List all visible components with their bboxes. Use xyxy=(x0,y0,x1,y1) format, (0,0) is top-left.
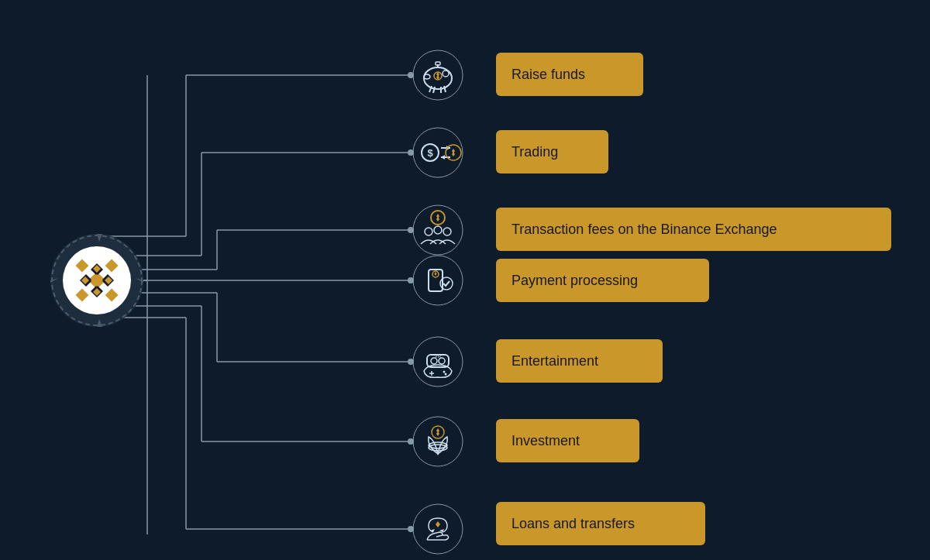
transaction-fees-label-box: Transaction fees on the Binance Exchange xyxy=(496,208,891,251)
loans-transfers-label: Loans and transfers xyxy=(512,516,635,532)
svg-point-52 xyxy=(424,74,430,79)
svg-point-68 xyxy=(413,205,463,255)
svg-line-49 xyxy=(433,87,435,93)
svg-point-72 xyxy=(425,228,432,235)
investment-icon xyxy=(411,414,465,469)
svg-point-88 xyxy=(445,373,447,376)
investment-label-box: Investment xyxy=(496,419,639,462)
svg-point-89 xyxy=(413,417,463,466)
payment-processing-label: Payment processing xyxy=(512,273,638,289)
svg-text:$: $ xyxy=(427,147,433,159)
payment-processing-label-box: Payment processing xyxy=(496,259,709,302)
svg-marker-97 xyxy=(430,529,435,532)
trading-label-box: Trading xyxy=(496,130,608,173)
loans-transfers-icon xyxy=(411,502,465,556)
investment-label: Investment xyxy=(512,433,580,449)
svg-point-95 xyxy=(413,504,463,554)
entertainment-label-box: Entertainment xyxy=(496,339,663,383)
svg-point-74 xyxy=(434,226,442,234)
transaction-fees-label: Transaction fees on the Binance Exchange xyxy=(512,222,777,238)
svg-rect-54 xyxy=(436,62,440,65)
svg-marker-64 xyxy=(441,155,445,160)
trading-label: Trading xyxy=(512,144,558,160)
svg-marker-78 xyxy=(435,272,437,276)
svg-text:VR: VR xyxy=(435,354,442,359)
gear-svg xyxy=(46,230,147,331)
svg-point-73 xyxy=(443,228,451,235)
svg-point-75 xyxy=(413,256,463,305)
svg-point-82 xyxy=(431,358,437,364)
svg-point-47 xyxy=(443,70,449,77)
loans-transfers-label-box: Loans and transfers xyxy=(496,502,705,545)
svg-marker-98 xyxy=(436,521,440,527)
raise-funds-icon xyxy=(411,48,465,102)
svg-marker-67 xyxy=(452,152,455,156)
svg-point-83 xyxy=(439,358,445,364)
svg-marker-71 xyxy=(436,217,439,222)
raise-funds-label: Raise funds xyxy=(512,67,585,83)
entertainment-icon: VR xyxy=(411,335,465,389)
trading-icon: $ xyxy=(411,125,465,180)
svg-point-80 xyxy=(413,337,463,387)
center-logo xyxy=(46,230,147,331)
payment-processing-icon xyxy=(411,253,465,307)
diagram-container: $ xyxy=(0,0,930,560)
svg-marker-94 xyxy=(436,431,439,436)
transaction-fees-icon xyxy=(411,203,465,257)
svg-point-87 xyxy=(443,371,446,373)
entertainment-label: Entertainment xyxy=(512,353,598,369)
raise-funds-label-box: Raise funds xyxy=(496,53,643,96)
